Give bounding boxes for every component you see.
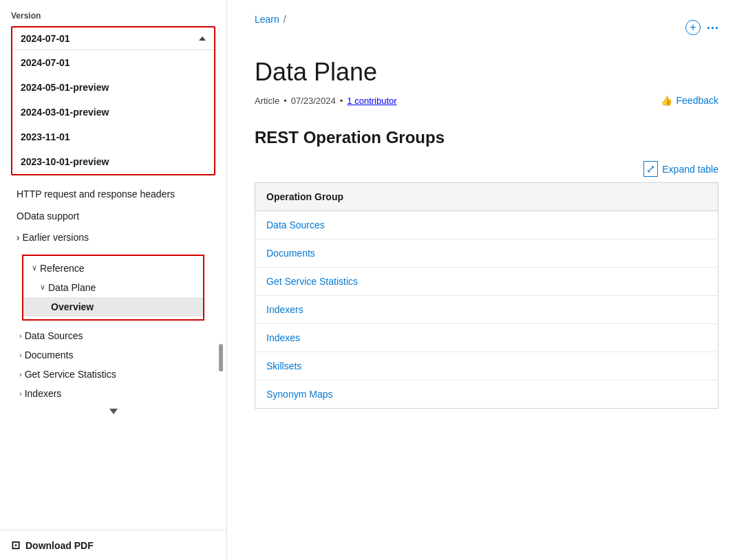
meta-separator-1: •: [284, 96, 287, 106]
reference-expand-icon: ∨: [32, 263, 37, 272]
version-label: Version: [11, 11, 215, 21]
selected-version-text: 2024-07-01: [21, 33, 70, 44]
table-row: Get Service Statistics: [255, 268, 718, 296]
table-link-indexes[interactable]: Indexes: [266, 332, 300, 343]
version-dropdown-list: 2024-07-01 2024-05-01-preview 2024-03-01…: [12, 50, 214, 174]
feedback-thumb-icon: 👍: [661, 95, 672, 106]
table-row: Documents: [255, 239, 718, 268]
meta-separator-2: •: [340, 96, 343, 106]
feedback-button[interactable]: 👍 Feedback: [661, 95, 718, 106]
download-icon: ⊡: [11, 539, 20, 552]
meta-date: 07/23/2024: [291, 96, 336, 106]
version-option-4[interactable]: 2023-11-01: [12, 125, 214, 149]
section-title: REST Operation Groups: [255, 128, 718, 147]
breadcrumb-row: Learn / + ⋯: [255, 14, 718, 41]
table-link-documents[interactable]: Documents: [266, 248, 315, 259]
table-row: Data Sources: [255, 211, 718, 239]
top-nav-icons: + ⋯: [685, 20, 718, 35]
sub-nav-documents[interactable]: › Documents: [11, 345, 215, 365]
meta-article-label: Article: [255, 96, 279, 106]
expand-icon: ›: [17, 232, 23, 243]
plus-icon: +: [690, 21, 696, 34]
indexers-expand-icon: ›: [19, 389, 22, 398]
article-meta: Article • 07/23/2024 • 1 contributor: [255, 96, 397, 106]
breadcrumb: Learn /: [255, 14, 286, 25]
overview-nav-item[interactable]: Overview: [23, 297, 203, 316]
table-column-header: Operation Group: [255, 183, 718, 211]
version-dropdown[interactable]: 2024-07-01 2024-07-01 2024-05-01-preview…: [11, 26, 215, 175]
chevron-up-icon: [199, 36, 206, 41]
data-plane-expand-icon: ∨: [40, 283, 45, 292]
nav-section: HTTP request and response headers OData …: [0, 175, 226, 530]
version-option-2[interactable]: 2024-05-01-preview: [12, 75, 214, 100]
reference-box: ∨ Reference ∨ Data Plane Overview: [22, 255, 204, 321]
get-service-statistics-expand-icon: ›: [19, 370, 22, 378]
nav-item-http-headers[interactable]: HTTP request and response headers: [11, 184, 215, 206]
table-row: Skillsets: [255, 352, 718, 380]
page-title: Data Plane: [255, 58, 718, 87]
meta-row: Article • 07/23/2024 • 1 contributor 👍 F…: [255, 95, 718, 106]
table-link-get-service-statistics[interactable]: Get Service Statistics: [266, 276, 358, 287]
table-row: Indexers: [255, 296, 718, 324]
data-plane-nav-item[interactable]: ∨ Data Plane: [23, 278, 203, 297]
nav-item-odata[interactable]: OData support: [11, 206, 215, 228]
scroll-down-arrow[interactable]: [109, 409, 118, 414]
version-option-1[interactable]: 2024-07-01: [12, 50, 214, 75]
expand-table-label[interactable]: Expand table: [662, 164, 718, 175]
breadcrumb-separator: /: [284, 14, 286, 25]
sub-nav-get-service-statistics[interactable]: › Get Service Statistics: [11, 365, 215, 384]
table-row: Synonym Maps: [255, 380, 718, 409]
table-link-skillsets[interactable]: Skillsets: [266, 360, 301, 371]
data-sources-expand-icon: ›: [19, 332, 22, 340]
table-row: Indexes: [255, 324, 718, 352]
scrollbar-thumb: [219, 344, 223, 371]
sidebar-footer[interactable]: ⊡ Download PDF: [0, 530, 226, 560]
breadcrumb-learn-link[interactable]: Learn: [255, 14, 279, 25]
sub-nav-data-sources[interactable]: › Data Sources: [11, 326, 215, 345]
sidebar: Version 2024-07-01 2024-07-01 2024-05-01…: [0, 0, 227, 560]
nav-item-earlier-versions[interactable]: › Earlier versions: [11, 227, 215, 249]
sub-nav-indexers[interactable]: › Indexers: [11, 384, 215, 403]
table-link-synonym-maps[interactable]: Synonym Maps: [266, 389, 332, 400]
expand-table-row[interactable]: ⤢ Expand table: [255, 161, 718, 177]
version-dropdown-header[interactable]: 2024-07-01: [12, 28, 214, 50]
version-section: Version 2024-07-01 2024-07-01 2024-05-01…: [0, 0, 226, 175]
documents-expand-icon: ›: [19, 351, 22, 359]
feedback-label: Feedback: [676, 95, 718, 106]
reference-nav-item[interactable]: ∨ Reference: [23, 259, 203, 278]
table-link-data-sources[interactable]: Data Sources: [266, 219, 325, 230]
more-icon: ⋯: [706, 21, 718, 34]
version-option-5[interactable]: 2023-10-01-preview: [12, 149, 214, 174]
add-icon-button[interactable]: +: [685, 20, 701, 35]
download-pdf-label: Download PDF: [25, 540, 94, 551]
version-option-3[interactable]: 2024-03-01-preview: [12, 100, 214, 125]
expand-table-icon: ⤢: [643, 161, 658, 177]
more-options-button[interactable]: ⋯: [706, 20, 718, 35]
operation-groups-table: Operation Group Data Sources Documents G…: [255, 182, 718, 409]
table-link-indexers[interactable]: Indexers: [266, 304, 303, 315]
main-content: Learn / + ⋯ Data Plane Article • 07/23/2…: [227, 0, 746, 560]
contributor-link[interactable]: 1 contributor: [347, 96, 396, 106]
